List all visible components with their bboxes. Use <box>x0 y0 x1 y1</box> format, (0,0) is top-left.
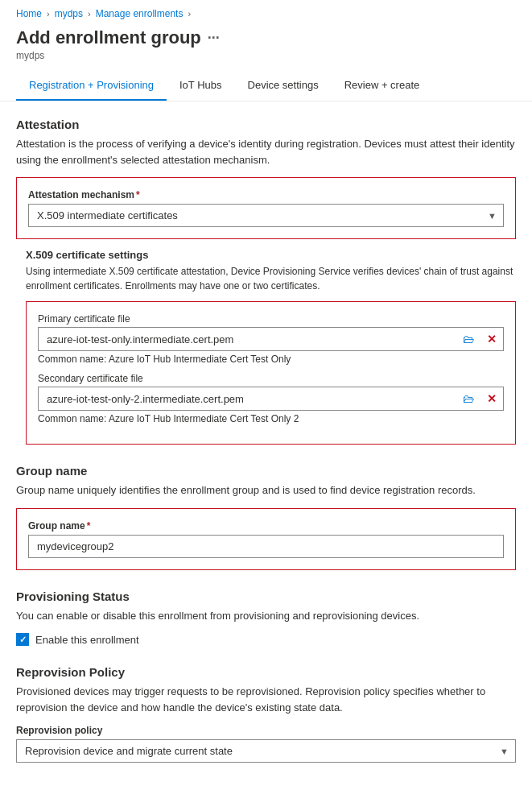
group-name-input[interactable] <box>28 535 504 558</box>
reprovision-section: Reprovision Policy Provisioned devices m… <box>16 665 516 763</box>
enable-enrollment-row: ✓ Enable this enrollment <box>16 633 516 646</box>
group-name-label: Group name* <box>28 520 504 532</box>
reprovision-policy-select-wrapper: Reprovision device and migrate current s… <box>16 739 516 763</box>
folder-icon: 🗁 <box>463 333 474 345</box>
secondary-cert-clear-btn[interactable]: ✕ <box>480 387 503 410</box>
tab-iothubs[interactable]: IoT Hubs <box>167 71 235 101</box>
secondary-cert-common-name: Common name: Azure IoT Hub Intermediate … <box>38 413 504 424</box>
provisioning-status-description: You can enable or disable this enrollmen… <box>16 608 516 624</box>
secondary-cert-folder-btn[interactable]: 🗁 <box>456 387 480 410</box>
close-icon-2: ✕ <box>487 392 497 405</box>
attestation-description: Attestation is the process of verifying … <box>16 136 516 168</box>
attestation-mechanism-box: Attestation mechanism* X.509 intermediat… <box>16 177 516 239</box>
main-content: Attestation Attestation is the process o… <box>0 101 532 786</box>
group-name-description: Group name uniquely identifies the enrol… <box>16 482 516 498</box>
close-icon: ✕ <box>487 333 497 345</box>
reprovision-policy-label: Reprovision policy <box>16 725 516 736</box>
breadcrumb-manage-enrollments[interactable]: Manage enrollments <box>96 8 184 19</box>
x509-settings: X.509 certificate settings Using interme… <box>26 249 516 445</box>
enable-enrollment-label: Enable this enrollment <box>35 634 139 646</box>
tab-registration[interactable]: Registration + Provisioning <box>16 71 167 101</box>
attestation-mechanism-select-wrapper: X.509 intermediate certificates X.509 le… <box>28 204 504 227</box>
primary-cert-clear-btn[interactable]: ✕ <box>480 328 503 350</box>
group-name-title: Group name <box>16 464 516 478</box>
enable-enrollment-checkbox[interactable]: ✓ <box>16 633 29 646</box>
tab-review-create[interactable]: Review + create <box>332 71 433 101</box>
provisioning-status-title: Provisioning Status <box>16 590 516 603</box>
page-title-more[interactable]: ··· <box>208 30 220 47</box>
x509-title: X.509 certificate settings <box>26 249 516 261</box>
primary-cert-input-row: 🗁 ✕ <box>38 327 504 351</box>
cert-files-box: Primary certificate file 🗁 ✕ Common name… <box>26 301 516 445</box>
secondary-cert-input[interactable] <box>39 388 456 410</box>
attestation-mechanism-select[interactable]: X.509 intermediate certificates X.509 le… <box>29 205 503 226</box>
secondary-cert-field: Secondary certificate file 🗁 ✕ Common na… <box>38 373 504 424</box>
x509-description: Using intermediate X.509 certificate att… <box>26 264 516 293</box>
page-header: Add enrollment group ··· mydps <box>0 24 532 71</box>
group-name-section: Group name Group name uniquely identifie… <box>16 464 516 570</box>
primary-cert-input[interactable] <box>39 329 456 350</box>
folder-icon-2: 🗁 <box>463 392 474 405</box>
attestation-mechanism-label: Attestation mechanism* <box>28 189 504 201</box>
primary-cert-common-name: Common name: Azure IoT Hub Intermediate … <box>38 354 504 365</box>
breadcrumb-home[interactable]: Home <box>16 8 42 19</box>
group-name-box: Group name* <box>16 508 516 570</box>
provisioning-status-section: Provisioning Status You can enable or di… <box>16 590 516 647</box>
primary-cert-folder-btn[interactable]: 🗁 <box>456 328 480 350</box>
page-title-text: Add enrollment group <box>16 27 201 48</box>
breadcrumb: Home › mydps › Manage enrollments › <box>0 0 532 24</box>
breadcrumb-mydps[interactable]: mydps <box>55 8 83 19</box>
secondary-cert-label: Secondary certificate file <box>38 373 504 384</box>
page-subtitle: mydps <box>16 50 516 61</box>
reprovision-title: Reprovision Policy <box>16 665 516 679</box>
secondary-cert-input-row: 🗁 ✕ <box>38 387 504 411</box>
reprovision-description: Provisioned devices may trigger requests… <box>16 684 516 715</box>
primary-cert-label: Primary certificate file <box>38 313 504 325</box>
attestation-title: Attestation <box>16 118 516 131</box>
check-icon: ✓ <box>19 635 27 645</box>
attestation-section: Attestation Attestation is the process o… <box>16 118 516 445</box>
primary-cert-field: Primary certificate file 🗁 ✕ Common name… <box>38 313 504 365</box>
reprovision-policy-select[interactable]: Reprovision device and migrate current s… <box>17 740 515 762</box>
tab-bar: Registration + Provisioning IoT Hubs Dev… <box>0 71 532 101</box>
tab-device-settings[interactable]: Device settings <box>235 71 332 101</box>
